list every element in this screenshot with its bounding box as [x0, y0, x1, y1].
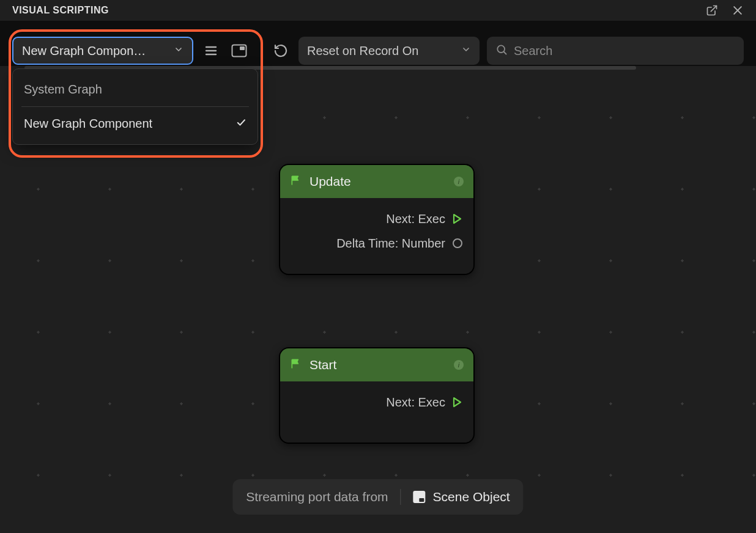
streaming-object[interactable]: Scene Object: [413, 490, 510, 504]
popout-icon[interactable]: [706, 4, 718, 17]
chevron-down-icon: [174, 45, 183, 57]
streaming-footer: Streaming port data from Scene Object: [232, 479, 523, 515]
port-label: Next: Exec: [386, 395, 445, 410]
search-icon: [495, 43, 508, 58]
node-header[interactable]: Update i: [280, 165, 473, 198]
streaming-object-label: Scene Object: [433, 490, 510, 504]
node-body: Next: Exec: [280, 381, 473, 425]
titlebar: VISUAL SCRIPTING: [0, 0, 756, 21]
menu-item-new-graph-component[interactable]: New Graph Component: [13, 109, 258, 138]
panel-title: VISUAL SCRIPTING: [12, 5, 109, 16]
port-exec-next[interactable]: Next: Exec: [291, 207, 462, 231]
chevron-down-icon: [461, 45, 471, 57]
reset-mode-select[interactable]: Reset on Record On: [298, 37, 480, 65]
exec-port-icon: [453, 397, 462, 408]
menu-item-label: System Graph: [24, 83, 102, 97]
menu-item-label: New Graph Component: [24, 117, 152, 131]
data-port-icon: [453, 238, 462, 248]
titlebar-actions: [706, 4, 744, 17]
menu-item-system-graph[interactable]: System Graph: [13, 75, 258, 104]
info-icon[interactable]: i: [454, 177, 464, 186]
exec-port-icon: [453, 213, 462, 224]
node-start[interactable]: Start i Next: Exec: [279, 347, 475, 444]
graph-selector-dropdown[interactable]: New Graph Compon…: [12, 37, 193, 65]
port-label: Delta Time: Number: [336, 237, 445, 251]
node-title: Update: [309, 174, 447, 189]
toolbar: New Graph Compon… Reset on Record On: [12, 37, 744, 65]
node-update[interactable]: Update i Next: Exec Delta Time: Number: [279, 164, 475, 275]
scene-object-icon: [413, 491, 426, 503]
refresh-button[interactable]: [270, 40, 291, 61]
flag-icon: [290, 174, 302, 189]
reset-mode-label: Reset on Record On: [307, 44, 456, 58]
dot-grid: [2, 82, 756, 533]
info-icon[interactable]: i: [454, 360, 464, 370]
svg-rect-7: [240, 46, 245, 50]
divider: [401, 489, 401, 505]
graph-selector-label: New Graph Compon…: [22, 44, 169, 58]
node-header[interactable]: Start i: [280, 348, 473, 381]
node-body: Next: Exec Delta Time: Number: [280, 198, 473, 266]
svg-line-0: [711, 6, 716, 12]
port-exec-next[interactable]: Next: Exec: [291, 390, 462, 414]
search-box[interactable]: [487, 37, 744, 65]
close-icon[interactable]: [732, 4, 744, 17]
list-view-button[interactable]: [201, 40, 221, 61]
minimap-button[interactable]: [229, 40, 250, 61]
checkmark-icon: [235, 117, 246, 131]
search-input[interactable]: [514, 44, 735, 58]
port-delta-time[interactable]: Delta Time: Number: [291, 231, 462, 255]
node-title: Start: [309, 358, 447, 372]
graph-selector-menu: System Graph New Graph Component: [12, 68, 258, 145]
svg-line-9: [504, 52, 506, 54]
divider: [21, 106, 249, 107]
streaming-prefix: Streaming port data from: [246, 490, 388, 504]
port-label: Next: Exec: [386, 212, 445, 226]
flag-icon: [290, 358, 302, 372]
